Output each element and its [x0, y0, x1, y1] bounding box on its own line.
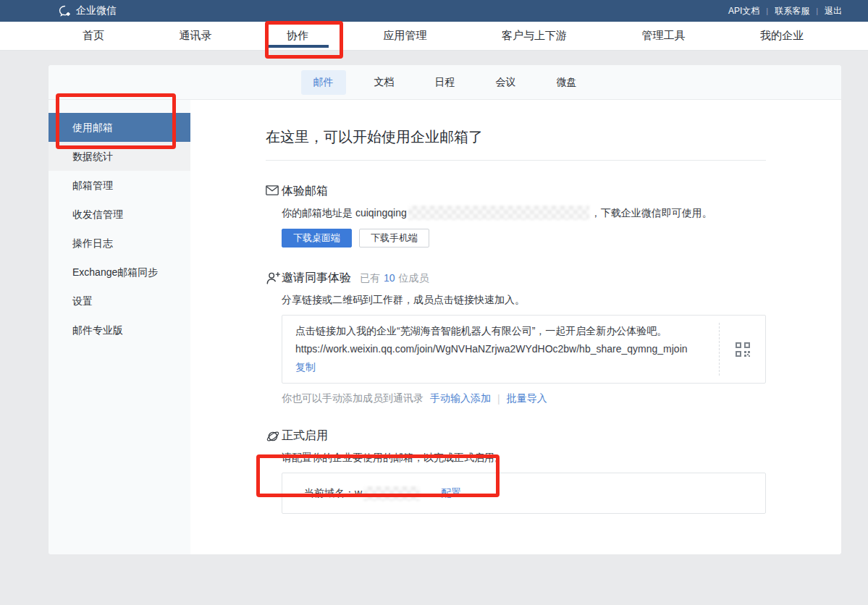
nav-item-contacts[interactable]: 通讯录: [177, 22, 215, 50]
sidebar-item-mailbox-management[interactable]: 邮箱管理: [49, 171, 190, 200]
section-title-activate: 正式启用: [282, 428, 328, 444]
page-title: 在这里，可以开始使用企业邮箱了: [266, 127, 766, 147]
sidebar-item-data-statistics[interactable]: 数据统计: [49, 142, 190, 171]
current-domain-box: 当前域名：w 配置: [282, 473, 766, 514]
copy-link[interactable]: 复制: [295, 361, 316, 373]
batch-import-link[interactable]: 批量导入: [507, 392, 547, 405]
subtab-calendar[interactable]: 日程: [423, 70, 468, 95]
brand: 企业微信: [58, 4, 117, 18]
sidebar-item-exchange-sync[interactable]: Exchange邮箱同步: [49, 258, 190, 287]
subtab-drive[interactable]: 微盘: [544, 70, 589, 95]
nav-item-admin-tools[interactable]: 管理工具: [639, 22, 688, 50]
invite-url: https://work.weixin.qq.com/join/WgNVHaNZ…: [295, 340, 706, 358]
sidebar-item-settings[interactable]: 设置: [49, 287, 190, 316]
collab-subtabs: 邮件 文档 日程 会议 微盘: [49, 65, 841, 100]
sidebar-item-use-mailbox[interactable]: 使用邮箱: [49, 113, 190, 142]
subtab-docs[interactable]: 文档: [362, 70, 407, 95]
topbar: 企业微信 API文档 | 联系客服 | 退出: [0, 0, 868, 22]
invite-message-line: 点击链接加入我的企业“芜湖海音智能机器人有限公司”，一起开启全新办公体验吧。: [295, 322, 706, 340]
section-title-trial: 体验邮箱: [282, 184, 328, 199]
topbar-link-api-docs[interactable]: API文档: [728, 5, 759, 17]
nav-item-customers[interactable]: 客户与上下游: [499, 22, 570, 50]
nav-item-home[interactable]: 首页: [80, 22, 107, 50]
section-official-activation: 正式启用 请配置你的企业要使用的邮箱，以完成正式启用。 当前域名：w 配置: [266, 428, 766, 514]
sidebar-item-send-receive-management[interactable]: 收发信管理: [49, 200, 190, 229]
manual-add-row: 你也可以手动添加成员到通讯录 手动输入添加 | 批量导入: [282, 392, 766, 405]
main-content: 在这里，可以开始使用企业邮箱了 体验邮箱: [190, 100, 841, 554]
subtab-meeting[interactable]: 会议: [484, 70, 528, 95]
email-address-suffix: ，下载企业微信即可使用。: [591, 207, 712, 219]
manual-add-text: 你也可以手动添加成员到通讯录: [282, 392, 424, 405]
sidebar-item-mail-pro[interactable]: 邮件专业版: [49, 316, 190, 344]
content-panel: 邮件 文档 日程 会议 微盘 使用邮箱 数据统计 邮箱管理 收发信管理 操作日志…: [49, 65, 841, 554]
section-title-invite: 邀请同事体验: [282, 271, 351, 286]
panel-body: 使用邮箱 数据统计 邮箱管理 收发信管理 操作日志 Exchange邮箱同步 设…: [49, 100, 841, 554]
redacted-email: [408, 206, 589, 220]
member-count-note: 已有 10 位成员: [360, 272, 429, 285]
add-person-icon: [266, 271, 282, 405]
qr-code-button[interactable]: [719, 323, 765, 376]
globe-orbit-icon: [266, 428, 282, 514]
main-nav: 首页 通讯录 协作 应用管理 客户与上下游 管理工具 我的企业: [0, 22, 868, 51]
topbar-separator: |: [766, 7, 768, 15]
member-note-prefix: 已有: [360, 272, 380, 285]
mail-sidebar: 使用邮箱 数据统计 邮箱管理 收发信管理 操作日志 Exchange邮箱同步 设…: [49, 100, 190, 554]
invite-description: 分享链接或二维码到工作群，成员点击链接快速加入。: [282, 292, 766, 307]
manual-input-add-link[interactable]: 手动输入添加: [430, 392, 491, 405]
nav-item-my-company[interactable]: 我的企业: [757, 22, 806, 50]
topbar-separator: |: [816, 7, 818, 15]
section-invite-colleagues: 邀请同事体验 已有 10 位成员 分享链接或二维码到工作群，成员点击链接快速加入…: [266, 271, 766, 405]
topbar-link-contact-support[interactable]: 联系客服: [775, 5, 809, 17]
brand-title: 企业微信: [76, 4, 117, 17]
email-address-prefix: 你的邮箱地址是 cuiqingqing: [282, 207, 407, 219]
envelope-icon: [266, 184, 282, 248]
topbar-link-logout[interactable]: 退出: [825, 5, 842, 17]
invite-link-box: 点击链接加入我的企业“芜湖海音智能机器人有限公司”，一起开启全新办公体验吧。 h…: [282, 315, 766, 384]
download-desktop-button[interactable]: 下载桌面端: [282, 229, 352, 248]
sidebar-item-operation-log[interactable]: 操作日志: [49, 229, 190, 258]
topbar-links: API文档 | 联系客服 | 退出: [728, 5, 842, 17]
member-count-value: 10: [384, 272, 395, 285]
subtab-mail[interactable]: 邮件: [301, 70, 346, 95]
member-note-suffix: 位成员: [399, 272, 429, 285]
divider: [266, 160, 766, 161]
separator: |: [497, 393, 500, 405]
wework-logo-icon: [58, 4, 72, 18]
activate-description: 请配置你的企业要使用的邮箱，以完成正式启用。: [282, 450, 766, 465]
page: 企业微信 API文档 | 联系客服 | 退出 首页 通讯录 协作 应用管理 客户…: [0, 0, 868, 605]
nav-item-collaboration[interactable]: 协作: [284, 22, 311, 50]
section-trial-mailbox: 体验邮箱 你的邮箱地址是 cuiqingqing，下载企业微信即可使用。 下载桌…: [266, 184, 766, 248]
download-mobile-button[interactable]: 下载手机端: [359, 229, 429, 248]
configure-domain-link[interactable]: 配置: [441, 487, 461, 500]
redacted-domain: [363, 486, 420, 501]
nav-item-app-management[interactable]: 应用管理: [381, 22, 430, 50]
trial-description: 你的邮箱地址是 cuiqingqing，下载企业微信即可使用。: [282, 206, 766, 220]
qr-code-icon: [735, 342, 751, 358]
current-domain-label: 当前域名：w: [304, 487, 362, 500]
